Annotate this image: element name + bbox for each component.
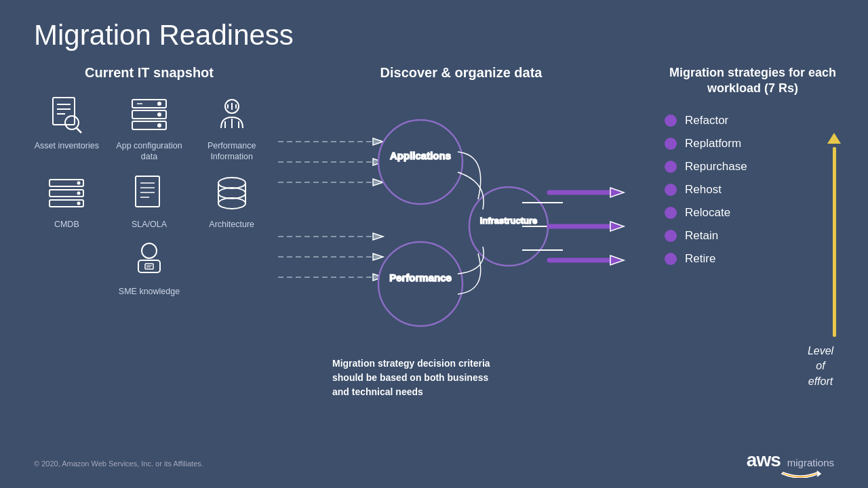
asset-inventories-label: Asset inventories <box>35 140 99 151</box>
dot-refactor <box>665 115 677 127</box>
cmdb-icon <box>46 173 87 214</box>
dot-rehost <box>665 184 677 196</box>
svg-point-33 <box>218 198 245 209</box>
strategy-refactor: Refactor <box>665 114 747 127</box>
dot-retain <box>665 230 677 242</box>
svg-point-10 <box>157 102 161 106</box>
svg-point-36 <box>142 243 157 258</box>
strategy-repurchase: Repurchase <box>665 160 747 174</box>
svg-rect-26 <box>136 176 159 207</box>
architecture-label: Architecture <box>209 219 254 230</box>
strategy-label-retire: Retire <box>685 252 715 266</box>
svg-rect-0 <box>53 98 75 125</box>
svg-marker-50 <box>373 233 383 240</box>
strategy-rehost: Rehost <box>665 183 747 197</box>
svg-text:Performance: Performance <box>389 272 452 283</box>
it-item-cmdb: CMDB <box>27 173 106 230</box>
svg-marker-67 <box>610 256 624 265</box>
dot-retire <box>665 253 677 265</box>
strategy-label-retain: Retain <box>685 229 718 243</box>
note-text: Migration strategy decision criteria sho… <box>332 357 502 399</box>
it-item-sla-ola: SLA/OLA <box>110 173 189 230</box>
middle-section: Discover & organize data <box>278 65 644 445</box>
asset-inventories-icon <box>46 94 87 135</box>
svg-line-5 <box>77 128 81 133</box>
strategy-retire: Retire <box>665 252 747 266</box>
middle-section-title: Discover & organize data <box>278 65 644 81</box>
svg-marker-63 <box>610 188 624 197</box>
svg-text:Applications: Applications <box>390 150 451 161</box>
it-item-asset-inventories: Asset inventories <box>27 94 106 163</box>
strategies-list: Refactor Replatform Repurchase Rehost Re… <box>658 114 747 266</box>
level-of-effort-label: Levelofeffort <box>808 344 833 389</box>
sla-ola-icon <box>129 173 170 214</box>
copyright-text: © 2020, Amazon Web Services, Inc. or its… <box>34 460 203 468</box>
strategy-label-repurchase: Repurchase <box>685 160 747 174</box>
arrow-up-icon <box>827 133 841 144</box>
strategy-retain: Retain <box>665 229 747 243</box>
strategy-label-refactor: Refactor <box>685 114 728 127</box>
perf-info-label: Performance Information <box>192 140 271 163</box>
svg-point-31 <box>218 178 245 188</box>
aws-logo: aws migrations <box>747 449 834 478</box>
page-title: Migration Readiness <box>0 0 868 58</box>
it-item-architecture: Architecture <box>192 173 271 230</box>
strategy-label-relocate: Relocate <box>685 206 730 220</box>
cmdb-label: CMDB <box>54 219 79 230</box>
svg-point-32 <box>218 188 245 199</box>
app-config-label: App configuration data <box>110 140 189 163</box>
dot-replatform <box>665 138 677 150</box>
svg-text:Infrastructure: Infrastructure <box>480 216 538 226</box>
svg-point-25 <box>77 201 81 205</box>
svg-point-24 <box>77 191 81 195</box>
aws-brand-text: aws <box>747 449 781 471</box>
diagram-area: Applications Performance Infrastructure <box>278 101 644 406</box>
it-item-sme-knowledge: SME knowledge <box>110 240 189 297</box>
left-section: Current IT snapshot Asset inventories <box>20 65 278 445</box>
strategy-relocate: Relocate <box>665 206 747 220</box>
svg-rect-38 <box>145 264 153 269</box>
svg-point-53 <box>378 120 462 204</box>
right-section-title: Migration strategies for each workload (… <box>658 65 848 97</box>
svg-point-12 <box>157 123 161 127</box>
svg-marker-51 <box>373 253 383 260</box>
app-config-icon <box>129 94 170 135</box>
dot-relocate <box>665 207 677 219</box>
strategy-label-rehost: Rehost <box>685 183 722 197</box>
svg-rect-37 <box>138 260 160 272</box>
architecture-icon <box>212 173 252 214</box>
sme-knowledge-icon <box>129 240 170 281</box>
dot-repurchase <box>665 161 677 173</box>
level-of-effort: Levelofeffort <box>827 133 841 389</box>
strategy-replatform: Replatform <box>665 137 747 150</box>
footer: © 2020, Amazon Web Services, Inc. or its… <box>34 449 834 478</box>
it-item-app-config: App configuration data <box>110 94 189 163</box>
svg-point-23 <box>77 181 81 184</box>
sla-ola-label: SLA/OLA <box>132 219 167 230</box>
migrations-text: migrations <box>787 457 834 468</box>
vertical-line <box>833 147 836 337</box>
perf-info-icon <box>212 94 252 135</box>
sme-knowledge-label: SME knowledge <box>119 286 180 297</box>
svg-point-11 <box>157 113 161 117</box>
right-section: Migration strategies for each workload (… <box>644 65 848 445</box>
it-items-grid: Asset inventories App configuration dat <box>20 94 278 297</box>
svg-point-55 <box>378 242 462 326</box>
it-item-perf-info: Performance Information <box>192 94 271 163</box>
strategy-label-replatform: Replatform <box>685 137 741 150</box>
svg-marker-65 <box>610 222 624 231</box>
svg-point-4 <box>65 116 79 129</box>
left-section-title: Current IT snapshot <box>20 65 278 81</box>
